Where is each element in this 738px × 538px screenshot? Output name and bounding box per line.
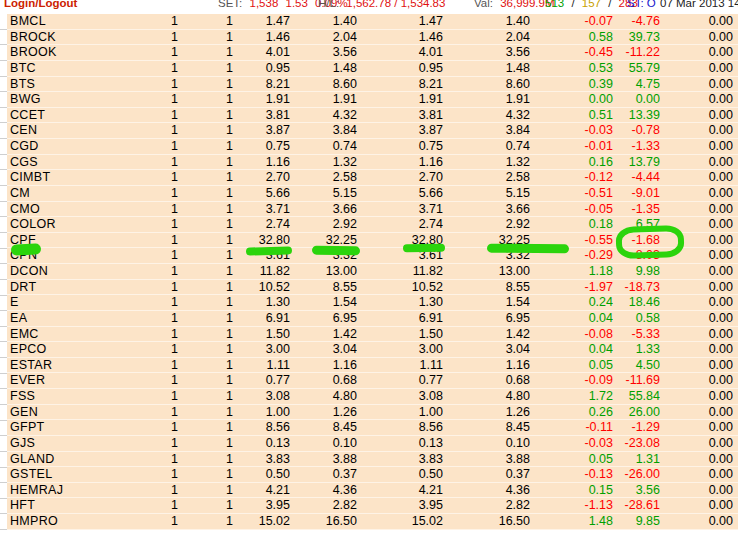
value-cell: 0.00 <box>660 202 733 217</box>
change-cell: -1.13 <box>530 498 613 513</box>
table-row[interactable]: BMCL111.471.401.471.40-0.07-4.760.00 <box>0 14 738 30</box>
table-row[interactable]: CMO113.713.663.713.66-0.05-1.350.00 <box>0 202 738 218</box>
value-cell: 0.00 <box>660 264 733 279</box>
change-cell: -0.01 <box>530 139 613 154</box>
value-cell: 1 <box>130 436 178 451</box>
table-row[interactable]: GEN111.001.261.001.260.2626.000.00 <box>0 405 738 421</box>
table-row[interactable]: CEN113.873.843.873.84-0.03-0.780.00 <box>0 123 738 139</box>
table-row[interactable]: HEMRAJ114.214.364.214.360.153.560.00 <box>0 483 738 499</box>
value-cell: 4.01 <box>357 45 443 60</box>
value-cell: 10.52 <box>233 280 290 295</box>
ticker-cell: FSS <box>0 389 130 404</box>
table-row[interactable]: HMPRO1115.0216.5015.0216.501.489.850.00 <box>0 514 738 530</box>
value-cell: 2.82 <box>443 498 530 513</box>
table-row[interactable]: BTC110.951.480.951.480.5355.790.00 <box>0 61 738 77</box>
ticker-cell: E <box>0 295 130 310</box>
login-logout-link[interactable]: Login/Logout <box>4 0 77 10</box>
value-cell: 4.21 <box>233 483 290 498</box>
table-row[interactable]: CCET113.814.323.814.320.5113.390.00 <box>0 108 738 124</box>
ticker-cell: GEN <box>0 405 130 420</box>
value-cell: 0.00 <box>660 327 733 342</box>
value-cell: 3.71 <box>357 202 443 217</box>
count-separator: / <box>608 0 611 9</box>
datetime-label: 07 Mar 2013 14: <box>660 0 738 10</box>
value-cell: 0.00 <box>660 123 733 138</box>
table-row[interactable]: BTS118.218.608.218.600.394.750.00 <box>0 77 738 93</box>
pct-change-cell: 55.79 <box>613 61 660 76</box>
value-cell: 1 <box>130 217 178 232</box>
table-row[interactable]: DRT1110.528.5510.528.55-1.97-18.730.00 <box>0 280 738 296</box>
table-row[interactable]: BWG111.911.911.911.910.000.000.00 <box>0 92 738 108</box>
table-row[interactable]: E111.301.541.301.540.2418.460.00 <box>0 295 738 311</box>
pct-change-cell: 4.50 <box>613 358 660 373</box>
table-row[interactable]: EMC111.501.421.501.42-0.08-5.330.00 <box>0 327 738 343</box>
change-cell: 0.15 <box>530 483 613 498</box>
value-cell: 0.00 <box>660 498 733 513</box>
value-cell: 1 <box>178 280 233 295</box>
change-cell: 0.39 <box>530 77 613 92</box>
table-row[interactable]: EVER110.770.680.770.68-0.09-11.690.00 <box>0 373 738 389</box>
ticker-cell: EMC <box>0 327 130 342</box>
table-row[interactable]: CM115.665.155.665.15-0.51-9.010.00 <box>0 186 738 202</box>
high-low-summary: H/L: 1,562.78 / 1,534.83 <box>318 0 449 10</box>
table-row[interactable]: DCON1111.8213.0011.8213.001.189.980.00 <box>0 264 738 280</box>
table-row[interactable]: EPCO113.003.043.003.040.041.330.00 <box>0 342 738 358</box>
table-row[interactable]: CIMBT112.702.582.702.58-0.12-4.440.00 <box>0 170 738 186</box>
pct-change-cell: -26.00 <box>613 467 660 482</box>
value-cell: 8.21 <box>357 77 443 92</box>
set-label: SET: <box>218 0 242 9</box>
table-row[interactable]: CGS111.161.321.161.320.1613.790.00 <box>0 155 738 171</box>
value-cell: 1 <box>130 202 178 217</box>
change-cell: 0.58 <box>530 30 613 45</box>
value-cell: 1 <box>178 92 233 107</box>
value-cell: 1 <box>178 233 233 248</box>
change-cell: 0.26 <box>530 405 613 420</box>
value-cell: 2.92 <box>290 217 357 232</box>
pct-change-cell: -11.69 <box>613 373 660 388</box>
value-cell: 1 <box>178 202 233 217</box>
change-cell: -0.09 <box>530 373 613 388</box>
value-cell: 2.74 <box>357 217 443 232</box>
table-row[interactable]: CGD110.750.740.750.74-0.01-1.330.00 <box>0 139 738 155</box>
table-row[interactable]: ESTAR111.111.161.111.160.054.500.00 <box>0 358 738 374</box>
value-cell: 1 <box>130 248 178 263</box>
value-cell: 6.95 <box>443 311 530 326</box>
ticker-cell: CMO <box>0 202 130 217</box>
value-cell: 1 <box>178 108 233 123</box>
value-cell: 1 <box>178 483 233 498</box>
table-row[interactable]: GLAND113.833.883.833.880.051.310.00 <box>0 452 738 468</box>
table-row[interactable]: GFPT118.568.458.568.45-0.11-1.290.00 <box>0 420 738 436</box>
value-cell: 3.81 <box>233 108 290 123</box>
value-cell: 0.50 <box>357 467 443 482</box>
value-cell: 0.00 <box>660 108 733 123</box>
highlight-underline-price3 <box>403 244 445 253</box>
value-cell: 4.01 <box>233 45 290 60</box>
table-row[interactable]: GJS110.130.100.130.10-0.03-23.080.00 <box>0 436 738 452</box>
table-row[interactable]: BROOK114.013.564.013.56-0.45-11.220.00 <box>0 45 738 61</box>
value-cell: 1 <box>130 108 178 123</box>
value-cell: 1 <box>178 30 233 45</box>
value-cell: 1.16 <box>233 155 290 170</box>
value-cell: 4.21 <box>357 483 443 498</box>
table-row[interactable]: HFT113.952.823.952.82-1.13-28.610.00 <box>0 498 738 514</box>
value-cell: 1.91 <box>233 92 290 107</box>
value-cell: 3.56 <box>290 45 357 60</box>
value-cell: 1.50 <box>357 327 443 342</box>
change-cell: 0.04 <box>530 311 613 326</box>
value-cell: 2.70 <box>233 170 290 185</box>
value-cell: 3.04 <box>443 342 530 357</box>
value-cell: 3.84 <box>290 123 357 138</box>
value-cell: 1 <box>178 467 233 482</box>
value-cell: 0.10 <box>443 436 530 451</box>
value-cell: 0.00 <box>660 186 733 201</box>
ticker-cell: BTC <box>0 61 130 76</box>
table-row[interactable]: GSTEL110.500.370.500.37-0.13-26.000.00 <box>0 467 738 483</box>
value-cell: 1 <box>178 358 233 373</box>
table-row[interactable]: FSS113.084.803.084.801.7255.840.00 <box>0 389 738 405</box>
value-cell: 3.84 <box>443 123 530 138</box>
pct-change-cell: 1.31 <box>613 452 660 467</box>
table-row[interactable]: EA116.916.956.916.950.040.580.00 <box>0 311 738 327</box>
table-row[interactable]: BROCK111.462.041.462.040.5839.730.00 <box>0 30 738 46</box>
left-gutter <box>0 14 7 530</box>
pct-change-cell: 26.00 <box>613 405 660 420</box>
